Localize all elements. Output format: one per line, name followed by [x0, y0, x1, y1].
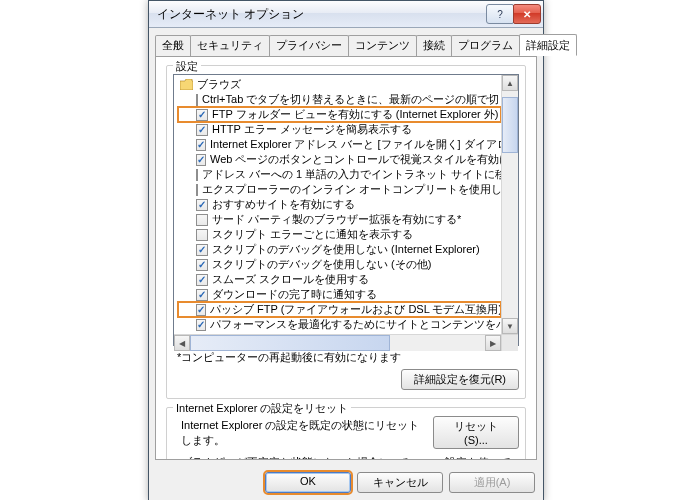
checkbox[interactable] — [196, 199, 208, 211]
scroll-up-button[interactable]: ▲ — [502, 75, 518, 91]
tree-viewport[interactable]: ブラウズCtrl+Tab でタブを切り替えるときに、最新のページの順で切り替える… — [174, 75, 501, 334]
checkbox[interactable] — [196, 169, 198, 181]
scroll-down-button[interactable]: ▼ — [502, 318, 518, 334]
tree-item-label: サード パーティ製のブラウザー拡張を有効にする* — [212, 212, 461, 227]
checkbox[interactable] — [196, 109, 208, 121]
tree-section-browse[interactable]: ブラウズ — [178, 77, 501, 92]
restore-defaults-button[interactable]: 詳細設定を復元(R) — [401, 369, 519, 390]
ok-button[interactable]: OK — [265, 472, 351, 493]
tree-item-label: Ctrl+Tab でタブを切り替えるときに、最新のページの順で切り替える — [202, 92, 501, 107]
scroll-corner — [501, 335, 518, 351]
tab-connections[interactable]: 接続 — [416, 35, 452, 57]
hscroll-thumb[interactable] — [190, 335, 390, 351]
help-button[interactable]: ? — [486, 4, 514, 24]
tree-item-label: おすすめサイトを有効にする — [212, 197, 355, 212]
tree-item[interactable]: HTTP エラー メッセージを簡易表示する — [178, 122, 501, 137]
vertical-scrollbar[interactable]: ▲ ▼ — [501, 75, 518, 334]
tree-item[interactable]: スクリプトのデバッグを使用しない (その他) — [178, 257, 501, 272]
tree-item[interactable]: スムーズ スクロールを使用する — [178, 272, 501, 287]
tab-general[interactable]: 全般 — [155, 35, 191, 57]
tree-item[interactable]: パフォーマンスを最適化するためにサイトとコンテンツをバックグラウンドで読 — [178, 317, 501, 332]
checkbox[interactable] — [196, 124, 208, 136]
checkbox[interactable] — [196, 304, 206, 316]
window-controls: ? ✕ — [487, 4, 541, 24]
tree-item[interactable]: サード パーティ製のブラウザー拡張を有効にする* — [178, 212, 501, 227]
checkbox[interactable] — [196, 214, 208, 226]
checkbox[interactable] — [196, 319, 206, 331]
checkbox[interactable] — [196, 259, 208, 271]
tab-privacy[interactable]: プライバシー — [269, 35, 349, 57]
tree-item-label: スムーズ スクロールを使用する — [212, 272, 369, 287]
tab-security[interactable]: セキュリティ — [190, 35, 270, 57]
tab-body: 設定 ブラウズCtrl+Tab でタブを切り替えるときに、最新のページの順で切り… — [155, 56, 537, 460]
apply-button[interactable]: 適用(A) — [449, 472, 535, 493]
tree-item-label: スクリプトのデバッグを使用しない (Internet Explorer) — [212, 242, 480, 257]
titlebar: インターネット オプション ? ✕ — [149, 1, 543, 28]
internet-options-dialog: インターネット オプション ? ✕ 全般 セキュリティ プライバシー コンテンツ… — [148, 0, 544, 500]
tab-programs[interactable]: プログラム — [451, 35, 520, 57]
reset-button[interactable]: リセット(S)... — [433, 416, 519, 449]
tree-item-label: Web ページのボタンとコントロールで視覚スタイルを有効にする — [210, 152, 501, 167]
tree-item[interactable]: アドレス バーへの 1 単語の入力でイントラネット サイトに移動する — [178, 167, 501, 182]
tree-item[interactable]: FTP フォルダー ビューを有効にする (Internet Explorer 外… — [178, 107, 501, 122]
tree-item-label: スクリプトのデバッグを使用しない (その他) — [212, 257, 431, 272]
settings-legend: 設定 — [173, 59, 201, 74]
checkbox[interactable] — [196, 274, 208, 286]
tree-item-label: パッシブ FTP (ファイアウォールおよび DSL モデム互換用) を使用する — [210, 302, 501, 317]
tab-advanced[interactable]: 詳細設定 — [519, 34, 577, 56]
settings-tree: ブラウズCtrl+Tab でタブを切り替えるときに、最新のページの順で切り替える… — [173, 74, 519, 346]
tree-item[interactable]: Ctrl+Tab でタブを切り替えるときに、最新のページの順で切り替える — [178, 92, 501, 107]
reset-group: Internet Explorer の設定をリセット Internet Expl… — [166, 407, 526, 460]
checkbox[interactable] — [196, 94, 198, 106]
reset-footnote: ブラウザーが不安定な状態になった場合にのみ、この設定を使ってください。 — [173, 449, 519, 460]
checkbox[interactable] — [196, 289, 208, 301]
tree-item[interactable]: エクスプローラーのインライン オートコンプリートを使用してダイアログを実行 — [178, 182, 501, 197]
reset-description: Internet Explorer の設定を既定の状態にリセットします。 — [181, 418, 425, 448]
dialog-buttons: OK キャンセル 適用(A) — [149, 466, 543, 500]
tree-item-label: エクスプローラーのインライン オートコンプリートを使用してダイアログを実行 — [202, 182, 501, 197]
settings-group: 設定 ブラウズCtrl+Tab でタブを切り替えるときに、最新のページの順で切り… — [166, 65, 526, 399]
checkbox[interactable] — [196, 244, 208, 256]
scroll-left-button[interactable]: ◀ — [174, 335, 190, 351]
tree-item-label: Internet Explorer アドレス バーと [ファイルを開く] ダイア… — [210, 137, 501, 152]
tree-item[interactable]: Web ページのボタンとコントロールで視覚スタイルを有効にする — [178, 152, 501, 167]
tree-item[interactable]: ダウンロードの完了時に通知する — [178, 287, 501, 302]
checkbox[interactable] — [196, 229, 208, 241]
tree-section-label: ブラウズ — [197, 77, 241, 92]
tree-item[interactable]: おすすめサイトを有効にする — [178, 197, 501, 212]
tree-item-label: スクリプト エラーごとに通知を表示する — [212, 227, 413, 242]
horizontal-scrollbar[interactable]: ◀ ▶ — [174, 334, 518, 351]
close-button[interactable]: ✕ — [513, 4, 541, 24]
cancel-button[interactable]: キャンセル — [357, 472, 443, 493]
checkbox[interactable] — [196, 139, 206, 151]
tree-item-label: HTTP エラー メッセージを簡易表示する — [212, 122, 412, 137]
tree-item-label: ダウンロードの完了時に通知する — [212, 287, 377, 302]
vscroll-thumb[interactable] — [502, 97, 518, 153]
checkbox[interactable] — [196, 184, 198, 196]
folder-icon — [180, 79, 193, 90]
tree-item[interactable]: Internet Explorer アドレス バーと [ファイルを開く] ダイア… — [178, 137, 501, 152]
tab-strip: 全般 セキュリティ プライバシー コンテンツ 接続 プログラム 詳細設定 — [149, 28, 543, 56]
tree-item-label: パフォーマンスを最適化するためにサイトとコンテンツをバックグラウンドで読 — [210, 317, 501, 332]
tree-item[interactable]: スクリプト エラーごとに通知を表示する — [178, 227, 501, 242]
scroll-right-button[interactable]: ▶ — [485, 335, 501, 351]
tree-item[interactable]: スクリプトのデバッグを使用しない (Internet Explorer) — [178, 242, 501, 257]
reset-legend: Internet Explorer の設定をリセット — [173, 401, 351, 416]
tree-item-label: FTP フォルダー ビューを有効にする (Internet Explorer 外… — [212, 107, 498, 122]
window-title: インターネット オプション — [157, 6, 487, 23]
tree-item[interactable]: パッシブ FTP (ファイアウォールおよび DSL モデム互換用) を使用する — [178, 302, 501, 317]
tab-content[interactable]: コンテンツ — [348, 35, 417, 57]
tree-item-label: アドレス バーへの 1 単語の入力でイントラネット サイトに移動する — [202, 167, 501, 182]
checkbox[interactable] — [196, 154, 206, 166]
